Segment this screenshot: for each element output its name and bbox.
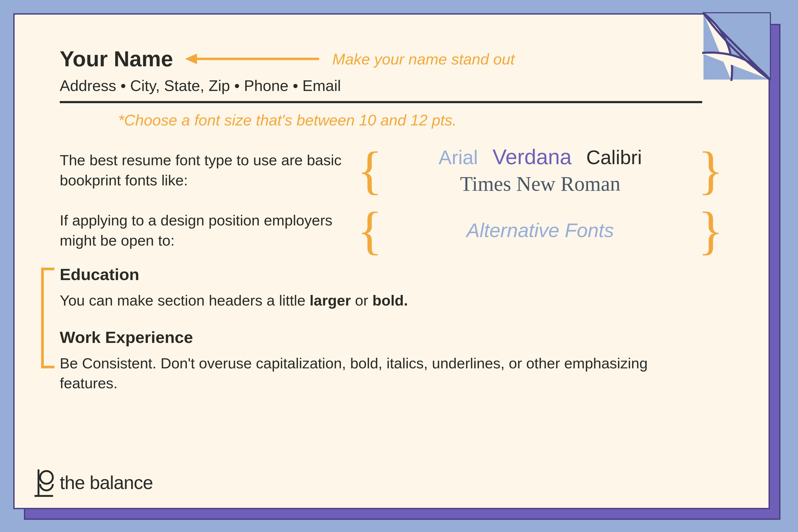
font-sample-arial: Arial [438,146,478,169]
brace-close-icon: } [698,212,723,249]
font-sample-alternative: Alternative Fonts [467,219,614,241]
fonts-showcase: Arial Verdana Calibri Times New Roman [383,145,698,196]
content-area: Your Name Make your name stand out Addre… [60,46,723,411]
education-heading: Education [60,265,723,284]
work-heading: Work Experience [60,328,723,347]
brand-logo: the balance [33,468,153,497]
basic-fonts-text: The best resume font type to use are bas… [60,150,357,190]
alt-fonts-row: If applying to a design position employe… [60,210,723,250]
alt-fonts-text: If applying to a design position employe… [60,210,357,250]
education-bold-larger: larger [310,292,351,309]
brace-open-icon: { [357,152,383,189]
education-text-mid: or [351,292,373,309]
svg-point-6 [40,471,53,484]
name-callout: Make your name stand out [332,50,515,68]
font-size-tip: *Choose a font size that's between 10 an… [118,111,723,129]
basic-fonts-group: { Arial Verdana Calibri Times New Roman … [357,145,723,196]
name-row: Your Name Make your name stand out [60,46,723,71]
document-page: Your Name Make your name stand out Addre… [13,13,770,509]
svg-marker-4 [185,54,197,64]
education-body: You can make section headers a little la… [60,290,670,310]
balance-logo-icon [33,468,54,497]
alt-fonts-group: { Alternative Fonts } [357,212,723,249]
font-sample-calibri: Calibri [586,146,642,169]
applicant-name: Your Name [60,46,173,71]
basic-fonts-row: The best resume font type to use are bas… [60,145,723,196]
header-divider [60,101,702,103]
section-bracket-icon [38,268,57,368]
work-body: Be Consistent. Don't overuse capitalizat… [60,353,670,393]
education-bold-bold: bold. [373,292,408,309]
font-sample-times: Times New Roman [460,172,620,195]
brace-close-icon: } [698,152,723,189]
sections-block: Education You can make section headers a… [60,265,723,393]
education-text-pre: You can make section headers a little [60,292,310,309]
brand-name: the balance [60,472,153,493]
arrow-icon [184,51,322,67]
font-sample-verdana: Verdana [492,145,572,169]
alt-fonts-showcase: Alternative Fonts [383,219,698,242]
contact-line: Address • City, State, Zip • Phone • Ema… [60,77,723,94]
brace-open-icon: { [357,212,383,249]
